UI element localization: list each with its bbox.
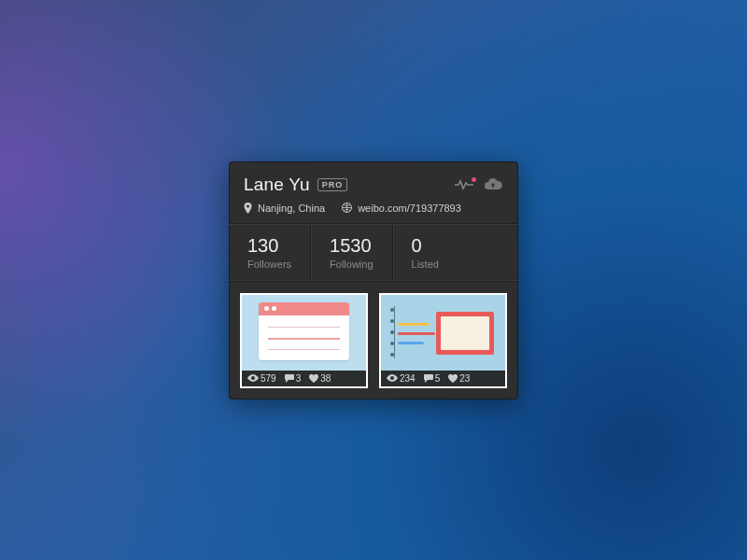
stat-value: 1530 xyxy=(330,235,373,257)
location-text: Nanjing, China xyxy=(258,203,325,214)
location-pin-icon xyxy=(244,203,252,214)
name-row: Lane Yu PRO xyxy=(244,175,503,195)
eye-icon xyxy=(387,374,398,382)
activity-icon[interactable] xyxy=(455,179,473,190)
meta-row: Nanjing, China weibo.com/719377893 xyxy=(244,203,503,214)
card-header: Lane Yu PRO Nanjing, China weibo.com xyxy=(229,161,518,223)
heart-icon xyxy=(309,374,318,383)
eye-icon xyxy=(247,374,259,382)
profile-card: Lane Yu PRO Nanjing, China weibo.com xyxy=(229,161,518,399)
profile-name: Lane Yu xyxy=(244,175,310,195)
notification-dot-icon xyxy=(472,177,476,182)
stat-followers[interactable]: 130 Followers xyxy=(229,224,311,281)
stat-value: 0 xyxy=(412,235,439,257)
stat-label: Followers xyxy=(247,259,291,270)
stat-value: 130 xyxy=(247,235,291,257)
views-count: 234 xyxy=(400,373,416,384)
stat-listed[interactable]: 0 Listed xyxy=(393,224,458,281)
shot-stats-bar: 234 5 23 xyxy=(381,371,505,386)
comments-count: 5 xyxy=(435,373,441,384)
stats-row: 130 Followers 1530 Following 0 Listed xyxy=(229,223,518,282)
views-count: 579 xyxy=(261,373,276,384)
pro-badge: PRO xyxy=(317,178,348,191)
stat-following[interactable]: 1530 Following xyxy=(311,224,392,281)
stat-label: Listed xyxy=(412,259,439,270)
shot-thumbnail[interactable]: 579 3 38 xyxy=(240,293,368,388)
comment-icon xyxy=(424,374,433,383)
cloud-upload-icon[interactable] xyxy=(483,178,503,191)
website-link[interactable]: weibo.com/719377893 xyxy=(358,203,461,214)
likes-count: 23 xyxy=(459,373,470,384)
globe-icon xyxy=(342,203,352,213)
header-icons xyxy=(455,178,503,191)
shots-row: 579 3 38 xyxy=(229,282,518,399)
shot-stats-bar: 579 3 38 xyxy=(242,371,366,386)
stat-label: Following xyxy=(330,259,373,270)
shot-thumbnail[interactable]: 234 5 23 xyxy=(379,293,507,388)
comments-count: 3 xyxy=(296,373,302,384)
likes-count: 38 xyxy=(320,373,331,384)
heart-icon xyxy=(448,374,458,383)
comment-icon xyxy=(285,374,294,383)
